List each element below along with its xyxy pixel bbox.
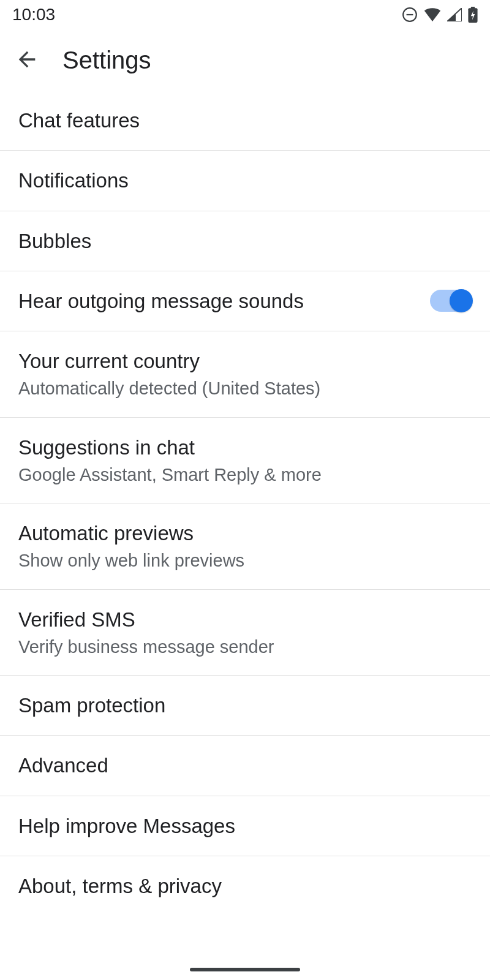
row-notifications[interactable]: Notifications bbox=[0, 151, 490, 211]
status-bar: 10:03 bbox=[0, 0, 490, 29]
row-automatic-previews[interactable]: Automatic previews Show only web link pr… bbox=[0, 503, 490, 590]
row-bubbles[interactable]: Bubbles bbox=[0, 211, 490, 271]
wifi-icon bbox=[424, 8, 441, 21]
row-chat-features[interactable]: Chat features bbox=[0, 91, 490, 151]
row-current-country[interactable]: Your current country Automatically detec… bbox=[0, 331, 490, 418]
row-subtitle: Verify business message sender bbox=[18, 636, 472, 658]
settings-list: Chat features Notifications Bubbles Hear… bbox=[0, 91, 490, 916]
battery-icon bbox=[468, 7, 478, 23]
arrow-left-icon bbox=[15, 47, 39, 74]
row-title: Help improve Messages bbox=[18, 813, 472, 839]
app-bar: Settings bbox=[0, 29, 490, 91]
svg-rect-3 bbox=[471, 7, 475, 9]
status-time: 10:03 bbox=[12, 5, 55, 24]
row-hear-outgoing-sounds[interactable]: Hear outgoing message sounds bbox=[0, 271, 490, 331]
row-title: Advanced bbox=[18, 753, 472, 778]
row-title: Chat features bbox=[18, 108, 472, 133]
row-spam-protection[interactable]: Spam protection bbox=[0, 676, 490, 736]
row-title: Suggestions in chat bbox=[18, 435, 472, 460]
row-subtitle: Google Assistant, Smart Reply & more bbox=[18, 464, 472, 486]
row-title: Bubbles bbox=[18, 228, 472, 254]
row-title: Notifications bbox=[18, 168, 472, 193]
row-title: Hear outgoing message sounds bbox=[18, 288, 418, 314]
row-help-improve-messages[interactable]: Help improve Messages bbox=[0, 796, 490, 856]
row-title: Your current country bbox=[18, 349, 472, 374]
cell-signal-icon bbox=[447, 8, 462, 21]
hear-outgoing-sounds-toggle[interactable] bbox=[430, 290, 472, 312]
row-title: Spam protection bbox=[18, 693, 472, 718]
dnd-icon bbox=[402, 7, 418, 23]
row-advanced[interactable]: Advanced bbox=[0, 736, 490, 796]
row-title: Verified SMS bbox=[18, 607, 472, 632]
row-subtitle: Automatically detected (United States) bbox=[18, 377, 472, 399]
row-about-terms-privacy[interactable]: About, terms & privacy bbox=[0, 856, 490, 916]
row-verified-sms[interactable]: Verified SMS Verify business message sen… bbox=[0, 590, 490, 676]
row-subtitle: Show only web link previews bbox=[18, 549, 472, 571]
row-title: Automatic previews bbox=[18, 521, 472, 546]
back-button[interactable] bbox=[12, 45, 42, 75]
row-title: About, terms & privacy bbox=[18, 873, 472, 899]
row-suggestions-in-chat[interactable]: Suggestions in chat Google Assistant, Sm… bbox=[0, 418, 490, 504]
page-title: Settings bbox=[62, 47, 151, 74]
gesture-nav-bar[interactable] bbox=[190, 968, 300, 971]
